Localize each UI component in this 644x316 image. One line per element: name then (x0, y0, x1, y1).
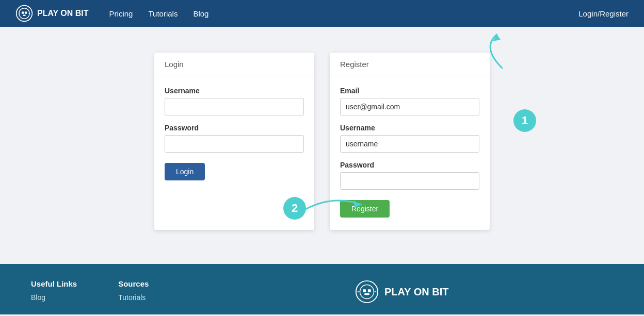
navbar: PLAY ON BIT Pricing Tutorials Blog Login… (0, 0, 644, 27)
footer: Useful Links Blog Sources Tutorials PLAY… (0, 264, 644, 314)
footer-logo-icon (355, 279, 379, 304)
register-username-label: Username (340, 124, 479, 132)
register-email-input[interactable] (340, 98, 479, 115)
register-email-group: Email (340, 87, 479, 115)
svg-point-10 (360, 285, 374, 299)
logo[interactable]: PLAY ON BIT (15, 5, 89, 22)
svg-rect-12 (368, 289, 371, 292)
svg-marker-7 (493, 35, 501, 41)
forms-wrapper: Login Username Password Login Register (154, 53, 490, 230)
login-password-group: Password (165, 124, 304, 153)
register-email-label: Email (340, 87, 479, 95)
register-card-body: Email Username Password Register (330, 76, 490, 230)
annotation-bubble-1: 1 (513, 109, 536, 132)
login-password-label: Password (165, 124, 304, 132)
login-username-input[interactable] (165, 98, 304, 115)
footer-logo-text: PLAY ON BIT (384, 286, 448, 298)
register-card-header: Register (330, 53, 490, 76)
footer-sources-title: Sources (118, 279, 149, 288)
svg-rect-3 (25, 12, 27, 14)
nav-blog[interactable]: Blog (193, 9, 208, 18)
svg-rect-13 (364, 293, 369, 295)
navbar-links: Pricing Tutorials Blog (109, 9, 579, 18)
login-card: Login Username Password Login (154, 53, 314, 230)
nav-tutorials[interactable]: Tutorials (148, 9, 178, 18)
login-title: Login (165, 60, 184, 69)
login-password-input[interactable] (165, 135, 304, 153)
login-username-label: Username (165, 87, 304, 95)
svg-rect-4 (23, 15, 25, 16)
login-username-group: Username (165, 87, 304, 115)
register-username-group: Username (340, 124, 479, 153)
login-button[interactable]: Login (165, 163, 205, 180)
footer-logo: PLAY ON BIT (355, 279, 448, 304)
register-password-group: Password (340, 161, 479, 190)
login-card-body: Username Password Login (154, 76, 314, 193)
logo-text: PLAY ON BIT (37, 9, 89, 18)
main-content: Login Username Password Login Register (0, 27, 644, 264)
svg-rect-2 (22, 12, 24, 14)
register-username-input[interactable] (340, 135, 479, 153)
register-button[interactable]: Register (340, 200, 390, 218)
register-title: Register (340, 60, 369, 69)
footer-useful-links-title: Useful Links (31, 279, 77, 288)
footer-sources: Sources Tutorials (118, 279, 149, 304)
register-card: Register Email Username Password Registe… (330, 53, 490, 230)
register-password-label: Password (340, 161, 479, 169)
footer-useful-links: Useful Links Blog (31, 279, 77, 304)
nav-pricing[interactable]: Pricing (109, 9, 133, 18)
register-password-input[interactable] (340, 172, 479, 190)
svg-rect-11 (363, 289, 366, 292)
svg-point-1 (19, 8, 29, 19)
footer-link-tutorials[interactable]: Tutorials (118, 293, 149, 302)
nav-login-register[interactable]: Login/Register (578, 9, 629, 18)
footer-link-blog[interactable]: Blog (31, 293, 77, 302)
login-card-header: Login (154, 53, 314, 76)
